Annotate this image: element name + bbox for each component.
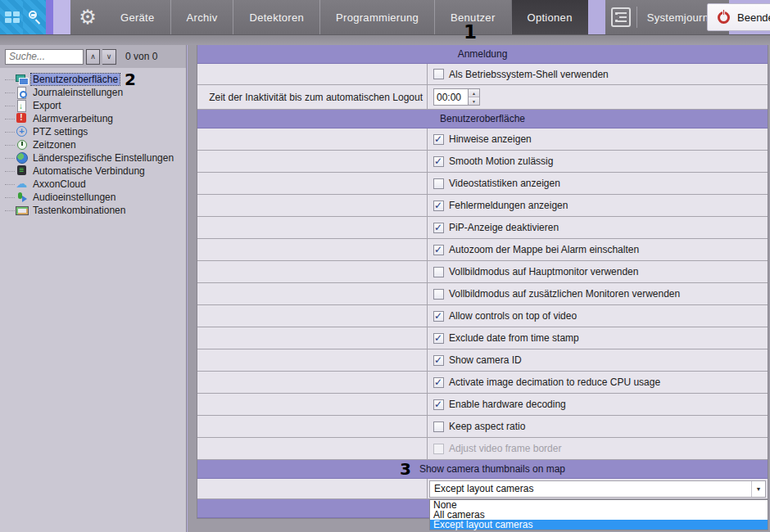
checkbox[interactable] bbox=[433, 134, 444, 145]
search-next-button[interactable]: ∨ bbox=[102, 49, 116, 65]
export-icon bbox=[16, 100, 28, 111]
checkbox[interactable] bbox=[433, 311, 444, 322]
tree-item-globe[interactable]: Länderspezifische Einstellungen bbox=[5, 151, 186, 165]
option-row: Exclude date from time stamp bbox=[197, 327, 768, 349]
checkbox-label: Adjust video frame border bbox=[449, 443, 561, 454]
option-label-cell bbox=[197, 372, 428, 393]
accent-stripe-dark bbox=[46, 0, 53, 34]
checkbox-label: Vollbildmodus auf zusätzlichen Monitoren… bbox=[449, 288, 680, 300]
checkbox[interactable] bbox=[433, 178, 444, 189]
checkbox[interactable] bbox=[433, 333, 444, 344]
journal-icon bbox=[611, 7, 631, 27]
tree-connector bbox=[5, 197, 15, 198]
tree-connector bbox=[5, 92, 15, 93]
timezone-icon bbox=[16, 139, 28, 151]
exit-button[interactable]: Beenden bbox=[707, 3, 770, 31]
audio-icon bbox=[16, 192, 28, 203]
layouts-tile-button[interactable] bbox=[0, 0, 23, 34]
option-value-cell: Allow controls on top of video bbox=[428, 305, 768, 327]
checkbox[interactable] bbox=[433, 223, 444, 233]
option-label-cell bbox=[197, 305, 428, 327]
search-tile-button[interactable] bbox=[23, 0, 46, 34]
option-label-cell bbox=[197, 479, 428, 498]
tab-programmierung[interactable]: Programmierung bbox=[319, 0, 434, 34]
checkbox-label: Als Betriebssystem-Shell verwenden bbox=[449, 69, 609, 80]
option-label-cell bbox=[197, 416, 428, 437]
checkbox-label: Vollbildmodus auf Hauptmonitor verwenden bbox=[449, 266, 638, 277]
tab-optionen[interactable]: Optionen bbox=[511, 0, 588, 34]
option-value-cell: Adjust video frame border bbox=[428, 438, 768, 459]
tree-item-journal-search[interactable]: Journaleinstellungen bbox=[5, 86, 186, 99]
option-label-cell bbox=[197, 283, 428, 304]
checkbox[interactable] bbox=[433, 377, 444, 388]
tab-archiv[interactable]: Archiv bbox=[170, 0, 233, 34]
checkbox-label: Activate image decimation to reduce CPU … bbox=[449, 376, 660, 388]
tree-connector bbox=[5, 132, 15, 133]
search-prev-button[interactable]: ∧ bbox=[86, 49, 100, 65]
chevron-down-icon[interactable]: ▼ bbox=[751, 481, 765, 497]
checkbox[interactable] bbox=[433, 201, 444, 211]
spinner-up-button[interactable]: ▲ bbox=[469, 89, 479, 97]
tree-item-keyboard[interactable]: Tastenkombinationen bbox=[5, 204, 186, 217]
app-window: ⚙ GeräteArchivDetektorenProgrammierungBe… bbox=[0, 0, 770, 532]
tree-connector bbox=[5, 79, 15, 80]
option-row: Allow controls on top of video bbox=[197, 305, 768, 327]
checkbox[interactable] bbox=[433, 69, 444, 79]
option-label-cell bbox=[197, 64, 428, 84]
checkbox[interactable] bbox=[433, 245, 444, 255]
tab-geräte[interactable]: Geräte bbox=[105, 0, 170, 34]
dropdown-selected-value: Except layout cameras bbox=[430, 481, 751, 497]
settings-button[interactable]: ⚙ bbox=[70, 0, 105, 34]
tree-item-label: Audioeinstellungen bbox=[31, 192, 117, 203]
checkbox[interactable] bbox=[433, 267, 444, 277]
option-label-cell bbox=[197, 195, 428, 216]
option-label-cell bbox=[197, 173, 428, 194]
checkbox[interactable] bbox=[433, 422, 444, 432]
tree-item-timezone[interactable]: Zeitzonen bbox=[5, 138, 186, 151]
toolbar-gap bbox=[588, 0, 605, 34]
tree-item-cloud[interactable]: AxxonCloud bbox=[5, 178, 186, 191]
tree-item-interface[interactable]: Benutzeroberfläche2 bbox=[5, 73, 186, 86]
globe-icon bbox=[16, 152, 28, 164]
tree-item-alarm[interactable]: Alarmverarbeitung bbox=[5, 112, 186, 125]
option-value-cell: Show camera ID bbox=[428, 349, 768, 371]
option-value-cell: Exclude date from time stamp bbox=[428, 327, 768, 349]
option-row: Zeit der Inaktivität bis zum automatisch… bbox=[197, 85, 768, 110]
ptz-icon bbox=[16, 126, 28, 138]
tree-item-ptz[interactable]: PTZ settings bbox=[5, 125, 186, 138]
inactivity-time-spinner: ▲▼ bbox=[433, 88, 480, 106]
options-tree: Benutzeroberfläche2JournaleinstellungenE… bbox=[0, 68, 186, 217]
option-row: Show camera ID bbox=[197, 349, 768, 372]
section-header-label: Show camera thumbnails on map bbox=[419, 463, 565, 475]
checkbox[interactable] bbox=[433, 399, 444, 410]
option-row: Vollbildmodus auf zusätzlichen Monitoren… bbox=[197, 283, 768, 305]
annotation-step-2: 2 bbox=[125, 70, 136, 89]
dropdown-option[interactable]: Except layout cameras bbox=[430, 520, 768, 530]
option-label-cell bbox=[197, 151, 428, 172]
checkbox-label: Fehlermeldungen anzeigen bbox=[449, 200, 568, 211]
section-header-label: Benutzeroberfläche bbox=[440, 113, 525, 124]
search-icon bbox=[28, 11, 41, 24]
checkbox[interactable] bbox=[433, 156, 444, 167]
systemjournal-button[interactable] bbox=[605, 0, 636, 34]
dropdown-popup: NoneAll camerasExcept layout cameras bbox=[429, 499, 768, 530]
tree-item-label: Zeitzonen bbox=[31, 139, 78, 151]
section-header: Benutzeroberfläche bbox=[197, 110, 768, 128]
search-input[interactable] bbox=[5, 49, 84, 65]
option-value-cell: Hinweise anzeigen bbox=[428, 128, 768, 150]
checkbox[interactable] bbox=[433, 355, 444, 366]
tree-item-autoconnect[interactable]: Automatische Verbindung bbox=[5, 165, 186, 178]
tree-item-label: Automatische Verbindung bbox=[31, 165, 147, 177]
autoconnect-icon bbox=[16, 165, 28, 177]
tab-detektoren[interactable]: Detektoren bbox=[233, 0, 319, 34]
tree-item-export[interactable]: Export bbox=[5, 99, 186, 112]
tree-item-audio[interactable]: Audioeinstellungen bbox=[5, 191, 186, 204]
option-value-cell: Fehlermeldungen anzeigen bbox=[428, 195, 768, 216]
cloud-icon bbox=[16, 178, 28, 190]
spinner-down-button[interactable]: ▼ bbox=[469, 97, 479, 105]
checkbox[interactable] bbox=[433, 289, 444, 300]
tree-item-label: Länderspezifische Einstellungen bbox=[31, 152, 175, 164]
checkbox-label: Keep aspect ratio bbox=[449, 421, 525, 432]
inactivity-time-input[interactable] bbox=[433, 88, 468, 106]
thumbnails-dropdown[interactable]: Except layout cameras▼ bbox=[429, 480, 766, 498]
